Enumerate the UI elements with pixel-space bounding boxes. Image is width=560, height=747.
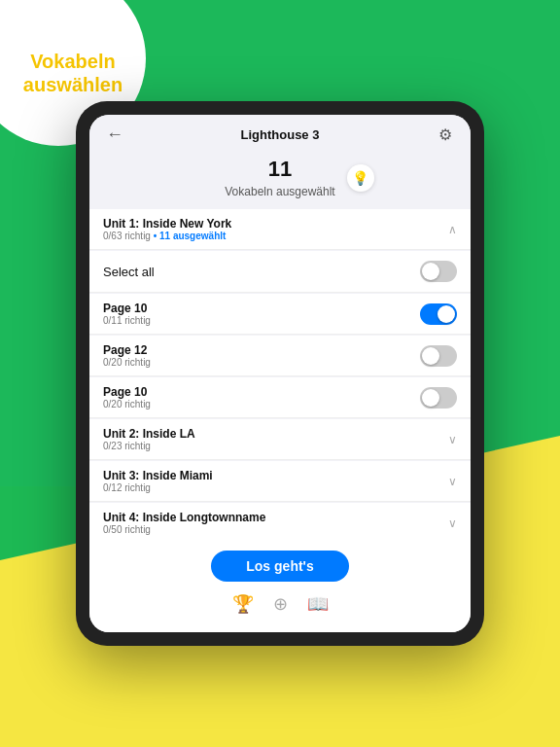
page2-knob [422,389,439,407]
page-row-1: Page 12 0/20 richtig [89,336,471,376]
promo-text: Vokabeln auswählen [23,50,122,96]
unit1-selected: • 11 ausgewählt [154,231,227,241]
unit-header-3[interactable]: Unit 3: Inside Miami 0/12 richtig ∨ [89,461,471,502]
unit-header-4[interactable]: Unit 4: Inside Longtownname 0/50 richtig… [89,503,471,543]
page-row-2: Page 10 0/20 richtig [89,377,471,418]
promo-line1: Vokabeln [30,51,115,72]
bottom-tabs: 🏆 ⊕ 📖 [223,587,338,622]
unit4-info: Unit 4: Inside Longtownname 0/50 richtig [103,511,265,535]
settings-button[interactable]: ⚙ [434,125,457,144]
unit2-info: Unit 2: Inside LA 0/23 richtig [103,427,195,451]
unit-header-1[interactable]: Unit 1: Inside New York 0/63 richtig • 1… [89,209,471,250]
unit2-name: Unit 2: Inside LA [103,427,195,441]
page0-info: Page 10 0/11 richtig [103,302,151,326]
page-row-0: Page 10 0/11 richtig [89,294,471,335]
screen: ← Lighthouse 3 ⚙ 11 Vokabeln ausgewählt … [89,115,471,632]
page2-name: Page 10 [103,385,151,399]
bottom-bar: Los geht's 🏆 ⊕ 📖 [89,543,471,632]
count-wrapper: 11 Vokabeln ausgewählt 💡 [186,157,373,199]
unit1-chevron: ∧ [448,223,457,236]
unit1-name: Unit 1: Inside New York [103,217,231,231]
page1-knob [422,347,439,365]
unit3-chevron: ∨ [448,475,457,488]
unit1-correct: 0/63 richtig [103,231,151,241]
select-all-knob [422,263,439,280]
unit4-name: Unit 4: Inside Longtownname [103,511,265,524]
promo-line2: auswählen [23,74,122,95]
select-all-row[interactable]: Select all [89,251,471,293]
tab-add[interactable]: ⊕ [263,589,298,619]
count-section: 11 Vokabeln ausgewählt 💡 [89,149,471,209]
unit2-sub: 0/23 richtig [103,441,195,451]
unit3-info: Unit 3: Inside Miami 0/12 richtig [103,469,213,493]
start-button[interactable]: Los geht's [211,551,348,582]
unit4-sub: 0/50 richtig [103,524,265,535]
page0-toggle[interactable] [420,303,457,325]
count-label: Vokabeln ausgewählt [225,185,334,198]
page1-toggle[interactable] [420,345,457,367]
page1-sub: 0/20 richtig [103,357,151,368]
page0-knob [438,305,455,323]
unit-list: Unit 1: Inside New York 0/63 richtig • 1… [89,209,471,543]
unit3-name: Unit 3: Inside Miami [103,469,213,482]
unit3-sub: 0/12 richtig [103,482,213,493]
unit-header-2[interactable]: Unit 2: Inside LA 0/23 richtig ∨ [89,419,471,460]
select-all-label: Select all [103,265,155,279]
bulb-button[interactable]: 💡 [347,164,374,192]
count-text: 11 Vokabeln ausgewählt [225,157,334,199]
page0-name: Page 10 [103,302,151,315]
nav-bar: ← Lighthouse 3 ⚙ [89,115,471,149]
page2-info: Page 10 0/20 richtig [103,385,151,409]
page0-sub: 0/11 richtig [103,315,151,326]
tab-book[interactable]: 📖 [298,589,338,619]
unit1-sub: 0/63 richtig • 11 ausgewählt [103,231,231,241]
unit1-info: Unit 1: Inside New York 0/63 richtig • 1… [103,217,231,241]
unit2-chevron: ∨ [448,433,457,446]
page1-name: Page 12 [103,343,151,357]
tablet-frame: ← Lighthouse 3 ⚙ 11 Vokabeln ausgewählt … [76,101,484,646]
nav-title: Lighthouse 3 [241,127,320,142]
page2-toggle[interactable] [420,387,457,409]
count-number: 11 [225,157,334,182]
back-button[interactable]: ← [103,124,126,145]
page1-info: Page 12 0/20 richtig [103,343,151,368]
page2-sub: 0/20 richtig [103,399,151,409]
select-all-toggle[interactable] [420,261,457,282]
unit4-chevron: ∨ [448,516,457,530]
tab-trophy[interactable]: 🏆 [223,589,263,619]
